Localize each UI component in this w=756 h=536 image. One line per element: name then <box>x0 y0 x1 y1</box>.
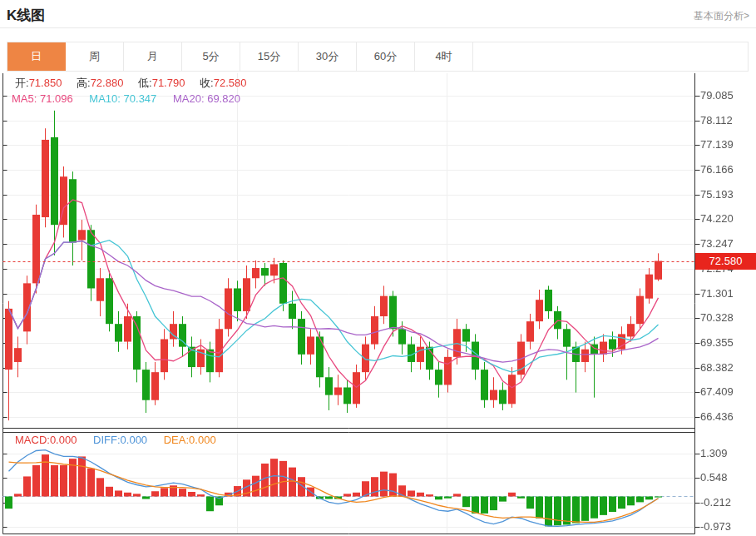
ma10-label: MA10: <box>89 92 121 105</box>
header-divider <box>0 27 756 28</box>
tab-60min[interactable]: 60分 <box>357 42 415 71</box>
ohlc-legend: 开:71.850 高:72.880 低:71.790 收:72.580 <box>15 76 258 91</box>
high-value: 72.880 <box>91 77 124 89</box>
current-price-badge: 72.580 <box>695 253 756 270</box>
price-axis-label: 78.112 <box>700 114 733 127</box>
kline-panel: K线图 基本面分析> 日周月5分15分30分60分4时 开:71.850 高:7… <box>0 0 756 536</box>
ma10-value: 70.347 <box>124 92 157 105</box>
price-axis-label: 76.166 <box>700 163 734 176</box>
close-value: 72.580 <box>214 77 247 89</box>
macd-value: 0.000 <box>50 434 77 446</box>
tab-day[interactable]: 日 <box>7 42 66 71</box>
dea-label: DEA: <box>164 434 189 446</box>
dea-value: 0.000 <box>189 434 216 446</box>
macd-axis-label: 1.309 <box>700 447 728 460</box>
price-axis-label: 75.193 <box>700 188 734 201</box>
macd-legend: MACD:0.000 DIFF:0.000 DEA:0.000 <box>15 434 230 446</box>
price-axis-label: 68.382 <box>700 361 734 375</box>
macd-axis-label: -0.212 <box>700 496 731 509</box>
ma5-label: MA5: <box>12 92 37 105</box>
open-value: 71.850 <box>29 77 62 89</box>
price-axis-label: 71.301 <box>700 287 734 300</box>
price-axis-label: 69.355 <box>700 336 734 350</box>
price-axis-label: 74.220 <box>700 212 734 226</box>
macd-label: MACD: <box>15 434 50 446</box>
low-value: 71.790 <box>152 77 185 89</box>
price-axis-label: 77.139 <box>700 138 734 151</box>
diff-label: DIFF: <box>93 434 121 446</box>
ma5-value: 71.096 <box>40 92 73 105</box>
open-label: 开: <box>15 77 29 89</box>
tab-15min[interactable]: 15分 <box>240 42 299 71</box>
price-axis-label: 67.409 <box>700 385 734 399</box>
price-axis-label: 66.436 <box>700 410 734 424</box>
macd-axis-label: -0.973 <box>700 520 731 534</box>
price-axis-label: 70.328 <box>700 311 734 325</box>
ma20-value: 69.820 <box>207 92 240 105</box>
tab-month[interactable]: 月 <box>124 42 182 71</box>
low-label: 低: <box>138 77 152 89</box>
ma20-label: MA20: <box>173 92 205 105</box>
ma-legend: MA5: 71.096 MA10: 70.347 MA20: 69.820 <box>12 92 254 105</box>
tab-5min[interactable]: 5分 <box>182 42 240 71</box>
period-tabbar: 日周月5分15分30分60分4时 <box>7 42 749 72</box>
price-axis-label: 73.247 <box>700 237 734 251</box>
macd-axis-label: 0.548 <box>700 471 728 484</box>
page-title: K线图 <box>7 6 45 25</box>
tab-week[interactable]: 周 <box>66 42 124 71</box>
tab-30min[interactable]: 30分 <box>299 42 357 71</box>
high-label: 高: <box>77 77 91 89</box>
kline-chart-canvas[interactable] <box>0 73 756 536</box>
fundamental-analysis-link[interactable]: 基本面分析> <box>694 9 749 23</box>
diff-value: 0.000 <box>121 434 148 446</box>
tab-4hour[interactable]: 4时 <box>415 42 473 71</box>
close-label: 收: <box>200 77 214 89</box>
price-axis-label: 79.085 <box>700 89 734 102</box>
